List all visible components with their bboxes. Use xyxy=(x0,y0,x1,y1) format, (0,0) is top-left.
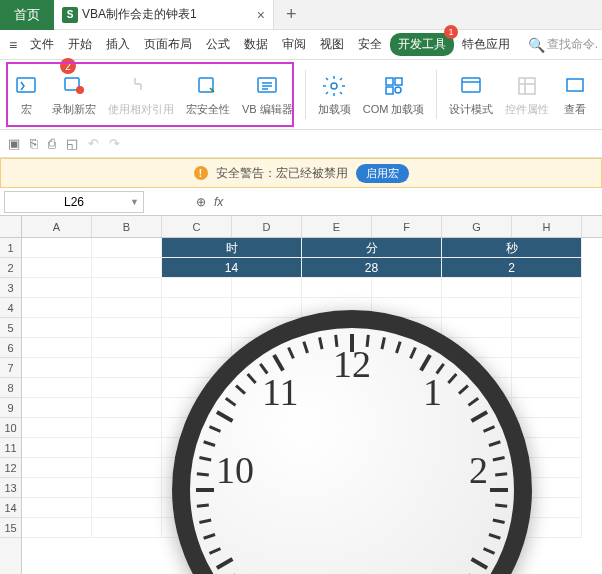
row-header[interactable]: 6 xyxy=(0,338,21,358)
row-header[interactable]: 3 xyxy=(0,278,21,298)
cell[interactable] xyxy=(92,478,162,498)
select-all-corner[interactable] xyxy=(0,216,21,238)
ribbon-design-mode[interactable]: 设计模式 xyxy=(443,64,499,125)
close-icon[interactable]: × xyxy=(257,7,265,23)
save-icon[interactable]: ▣ xyxy=(8,136,20,151)
cell[interactable] xyxy=(92,278,162,298)
menu-view[interactable]: 视图 xyxy=(314,32,350,57)
cell[interactable] xyxy=(92,498,162,518)
cell[interactable] xyxy=(92,318,162,338)
name-box[interactable]: L26 ▼ xyxy=(4,191,144,213)
row-header[interactable]: 14 xyxy=(0,498,21,518)
cell-hour-value[interactable]: 14 xyxy=(162,258,302,278)
search-box[interactable]: 🔍 查找命令. xyxy=(528,36,598,53)
col-header[interactable]: C xyxy=(162,216,232,237)
cell-min-value[interactable]: 28 xyxy=(302,258,442,278)
row-header[interactable]: 1 xyxy=(0,238,21,258)
cell[interactable] xyxy=(22,518,92,538)
print-icon[interactable]: ⎙ xyxy=(48,136,56,151)
cell[interactable] xyxy=(22,378,92,398)
menu-file[interactable]: 文件 xyxy=(24,32,60,57)
cell-hour-header[interactable]: 时 xyxy=(162,238,302,258)
ribbon-view[interactable]: 查看 xyxy=(555,64,595,125)
fx-search-icon[interactable]: ⊕ xyxy=(196,195,206,209)
cell[interactable] xyxy=(162,278,232,298)
menu-data[interactable]: 数据 xyxy=(238,32,274,57)
row-header[interactable]: 7 xyxy=(0,358,21,378)
ribbon-macro[interactable]: 宏 xyxy=(6,64,46,125)
cell[interactable] xyxy=(512,278,582,298)
copy-icon[interactable]: ⎘ xyxy=(30,136,38,151)
menu-layout[interactable]: 页面布局 xyxy=(138,32,198,57)
cell[interactable] xyxy=(302,278,372,298)
row-header[interactable]: 11 xyxy=(0,438,21,458)
tab-home[interactable]: 首页 xyxy=(0,0,54,30)
cell[interactable] xyxy=(232,278,302,298)
cell[interactable] xyxy=(92,418,162,438)
row-header[interactable]: 2 xyxy=(0,258,21,278)
cell[interactable] xyxy=(92,438,162,458)
cell[interactable] xyxy=(22,238,92,258)
fx-icon[interactable]: fx xyxy=(214,195,223,209)
menu-formula[interactable]: 公式 xyxy=(200,32,236,57)
menu-start[interactable]: 开始 xyxy=(62,32,98,57)
col-header[interactable]: A xyxy=(22,216,92,237)
cell[interactable] xyxy=(22,258,92,278)
col-header[interactable]: D xyxy=(232,216,302,237)
cell[interactable] xyxy=(22,298,92,318)
cell[interactable] xyxy=(92,398,162,418)
cell[interactable] xyxy=(22,398,92,418)
cell-min-header[interactable]: 分 xyxy=(302,238,442,258)
cell[interactable] xyxy=(92,298,162,318)
tab-file[interactable]: S VBA制作会走的钟表1 × xyxy=(54,0,274,29)
row-header[interactable]: 13 xyxy=(0,478,21,498)
cell[interactable] xyxy=(22,338,92,358)
enable-macros-button[interactable]: 启用宏 xyxy=(356,164,409,183)
cell[interactable] xyxy=(92,378,162,398)
ribbon-record-macro[interactable]: 2 录制新宏 xyxy=(46,64,102,125)
ribbon-addins[interactable]: 加载项 xyxy=(312,64,357,125)
col-header[interactable]: B xyxy=(92,216,162,237)
cell[interactable] xyxy=(92,258,162,278)
col-header[interactable]: G xyxy=(442,216,512,237)
cell[interactable] xyxy=(442,278,512,298)
row-header[interactable]: 9 xyxy=(0,398,21,418)
cell[interactable] xyxy=(92,358,162,378)
col-header[interactable]: H xyxy=(512,216,582,237)
menu-devtools[interactable]: 开发工具 1 xyxy=(390,33,454,56)
cell[interactable] xyxy=(372,278,442,298)
cell[interactable] xyxy=(92,458,162,478)
cell[interactable] xyxy=(92,238,162,258)
menu-review[interactable]: 审阅 xyxy=(276,32,312,57)
cell[interactable] xyxy=(22,498,92,518)
row-header[interactable]: 8 xyxy=(0,378,21,398)
menu-special[interactable]: 特色应用 xyxy=(456,32,516,57)
col-header[interactable]: F xyxy=(372,216,442,237)
new-tab-button[interactable]: + xyxy=(274,4,309,25)
ribbon-com-addins[interactable]: COM 加载项 xyxy=(357,64,431,125)
ribbon-vb-editor[interactable]: VB 编辑器 xyxy=(236,64,299,125)
row-header[interactable]: 4 xyxy=(0,298,21,318)
cell[interactable] xyxy=(92,518,162,538)
cell[interactable] xyxy=(22,358,92,378)
grid-area[interactable]: ABCDEFGH 时 分 秒 14 28 2 12 11 1 xyxy=(22,216,602,574)
ribbon-macro-security[interactable]: 宏安全性 xyxy=(180,64,236,125)
cells[interactable]: 时 分 秒 14 28 2 12 11 1 10 2 xyxy=(22,238,602,538)
row-header[interactable]: 15 xyxy=(0,518,21,538)
cell[interactable] xyxy=(22,478,92,498)
cell[interactable] xyxy=(22,278,92,298)
chevron-down-icon[interactable]: ▼ xyxy=(130,197,139,207)
cell[interactable] xyxy=(22,458,92,478)
preview-icon[interactable]: ◱ xyxy=(66,136,78,151)
row-header[interactable]: 10 xyxy=(0,418,21,438)
menu-security[interactable]: 安全 xyxy=(352,32,388,57)
row-header[interactable]: 5 xyxy=(0,318,21,338)
cell-sec-header[interactable]: 秒 xyxy=(442,238,582,258)
row-header[interactable]: 12 xyxy=(0,458,21,478)
cell[interactable] xyxy=(92,338,162,358)
hamburger-icon[interactable]: ≡ xyxy=(4,37,22,53)
cell[interactable] xyxy=(22,418,92,438)
cell[interactable] xyxy=(22,318,92,338)
cell-sec-value[interactable]: 2 xyxy=(442,258,582,278)
cell[interactable] xyxy=(22,438,92,458)
